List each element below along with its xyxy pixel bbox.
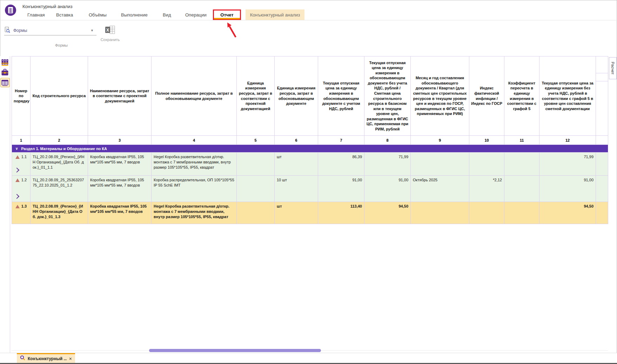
- col-number: 2: [31, 136, 88, 145]
- col-number: 4: [152, 136, 237, 145]
- col-header: Текущая отпускная цена за единицу измере…: [539, 56, 596, 136]
- col-header: Месяц и год составления обосновывающего …: [411, 56, 469, 136]
- left-toolbar: [0, 56, 10, 353]
- col-number-stub: [596, 136, 608, 145]
- panel-tab-raschet[interactable]: Расчет: [609, 57, 617, 79]
- cell-conversion-coeff[interactable]: [504, 202, 539, 224]
- stub-cell-divider: [596, 81, 608, 81]
- col-number: 11: [504, 136, 539, 145]
- cell-price-final[interactable]: 71,99: [539, 153, 596, 176]
- column-number-row: 1 2 3 4 5 6 7 8 9 10 11 12: [12, 136, 608, 145]
- cell-doc-month[interactable]: Октябрь 2025: [411, 176, 469, 202]
- cell-price-final[interactable]: 94,50: [539, 202, 596, 224]
- col-number: 6: [275, 136, 318, 145]
- tab-vypolnenie[interactable]: Выполнение: [121, 9, 148, 20]
- save-button[interactable]: X Сохранить: [100, 25, 120, 42]
- section-row: ∨ Раздел 1. Материалы и Оборудование по …: [12, 145, 608, 153]
- cell-stub: [596, 153, 608, 176]
- col-header: Единица измерения ресурса, затрат в обос…: [275, 56, 318, 136]
- cell-unit-project[interactable]: [237, 176, 275, 202]
- cell-stub: [596, 176, 608, 202]
- cell-unit-doc[interactable]: 10 шт: [275, 176, 318, 202]
- cell-inflation-index[interactable]: [469, 202, 504, 224]
- cell-doc-month[interactable]: [411, 202, 469, 224]
- tab-glavnaya[interactable]: Главная: [27, 9, 45, 20]
- cell-unit-doc[interactable]: шт: [275, 202, 318, 224]
- col-header: Наименование ресурса, затрат в соответст…: [88, 56, 152, 136]
- report-table-icon[interactable]: [1, 78, 9, 87]
- annotation-arrow: [220, 20, 240, 39]
- app-window: Конъюнктурный анализ Главная Вставка Объ…: [0, 0, 617, 364]
- col-header-stub: [596, 56, 608, 136]
- cell-full-name[interactable]: Hegel Коробка разветвительная д/откр. мо…: [152, 153, 237, 176]
- tab-otchet[interactable]: Отчет: [220, 12, 233, 18]
- tab-vstavka[interactable]: Вставка: [56, 9, 73, 20]
- row-number: 1.1: [21, 154, 27, 160]
- cell-price-without-vat[interactable]: 71,99: [364, 153, 411, 176]
- tab-vid[interactable]: Вид: [163, 9, 171, 20]
- col-header: Текущая отпускная цена за единицу измере…: [318, 56, 364, 136]
- cell-price-final[interactable]: 91,00: [539, 176, 596, 202]
- forms-dropdown[interactable]: Формы ▼: [4, 26, 96, 35]
- cell-conversion-coeff[interactable]: [504, 176, 539, 202]
- col-header: Код строительного ресурса: [31, 56, 88, 136]
- cell-full-name[interactable]: Hegel Коробка разветвительная д/откр. мо…: [152, 202, 237, 224]
- cell-full-name[interactable]: Коробка распределительная, ОП 105*105*55…: [152, 176, 237, 202]
- cell-name[interactable]: Коробка квадратная IP55, 105 мм*105 мм*5…: [88, 202, 152, 224]
- warning-icon: [15, 155, 20, 159]
- cell-price-with-vat[interactable]: 91,00: [318, 176, 364, 202]
- tab-operacii[interactable]: Операции: [185, 9, 207, 20]
- magnifier-icon: [20, 355, 25, 362]
- stub-cell-divider: [596, 73, 608, 73]
- col-number: 10: [469, 136, 504, 145]
- cell-unit-project[interactable]: [237, 202, 275, 224]
- cell-doc-month[interactable]: [411, 153, 469, 176]
- cell-code[interactable]: ТЦ_20.2.08.09_25_2536320775_22.10.2025_0…: [31, 176, 88, 202]
- expand-chevron-icon[interactable]: [14, 168, 19, 173]
- expand-chevron-icon[interactable]: [14, 194, 19, 199]
- cell-name[interactable]: Коробка квадратная IP55, 105 мм*105 мм*5…: [88, 176, 152, 202]
- cell-price-with-vat[interactable]: 86,39: [318, 153, 364, 176]
- tab-otchet-highlight-box[interactable]: Отчет: [213, 9, 241, 20]
- section-collapse-icon[interactable]: ∨: [15, 147, 18, 150]
- section-title: Раздел 1. Материалы и Оборудование по КА: [21, 147, 107, 151]
- cell-name[interactable]: Коробка квадратная IP55, 105 мм*105 мм*5…: [88, 153, 152, 176]
- ribbon-divider: [0, 20, 617, 20]
- horizontal-scrollbar-thumb[interactable]: [149, 349, 321, 352]
- col-number: 7: [318, 136, 364, 145]
- document-tab[interactable]: Конъюнктурный ... ×: [17, 353, 75, 363]
- row-number: 1.3: [21, 204, 27, 209]
- cell-inflation-index[interactable]: [469, 153, 504, 176]
- cell-code[interactable]: ТЦ_20.2.08.09_{Регион}_{ИНН Организации}…: [31, 202, 88, 224]
- cell-code[interactable]: ТЦ_20.2.08.09_{Регион}_{ИНН Организации}…: [31, 153, 88, 176]
- tab-konyunkturny-analiz[interactable]: Конъюнктурный анализ: [246, 9, 304, 20]
- cell-inflation-index[interactable]: *2,12: [469, 176, 504, 202]
- chevron-down-icon[interactable]: ▼: [90, 29, 96, 32]
- tab-obyomy[interactable]: Объёмы: [89, 9, 107, 20]
- briefcase-icon[interactable]: [1, 68, 9, 77]
- app-title: Конъюнктурный анализ: [22, 4, 72, 9]
- cell-price-with-vat[interactable]: 113,40: [318, 202, 364, 224]
- report-grid: Номер по порядку Код строительного ресур…: [12, 56, 608, 224]
- cell-unit-doc[interactable]: шт: [275, 153, 318, 176]
- svg-text:X: X: [106, 28, 109, 33]
- col-header: Номер по порядку: [12, 56, 31, 136]
- binders-icon[interactable]: [1, 58, 9, 67]
- document-tab-bar: Конъюнктурный ... ×: [0, 353, 617, 363]
- forms-dropdown-value[interactable]: Формы: [13, 28, 27, 33]
- cell-price-without-vat[interactable]: 94,50: [364, 202, 411, 224]
- table-row: 1.2 ТЦ_20.2.08.09_25_2536320775_22.10.20…: [12, 176, 608, 202]
- cell-price-without-vat[interactable]: 91,00: [364, 176, 411, 202]
- excel-icon: X: [105, 30, 115, 36]
- col-header: Текущая отпускная цена за единицу измере…: [364, 56, 411, 136]
- col-number: 1: [12, 136, 31, 145]
- table-row: 1.1 ТЦ_20.2.08.09_{Регион}_{ИНН Организа…: [12, 153, 608, 176]
- col-header: Единица измерения ресурса, затрат в соот…: [237, 56, 275, 136]
- col-number: 12: [539, 136, 596, 145]
- col-header: Полное наименование ресурса, затрат в об…: [152, 56, 237, 136]
- cell-conversion-coeff[interactable]: [504, 153, 539, 176]
- ribbon-group-label: Формы: [41, 43, 81, 47]
- close-icon[interactable]: ×: [69, 356, 72, 361]
- row-number: 1.2: [21, 177, 27, 183]
- cell-unit-project[interactable]: [237, 153, 275, 176]
